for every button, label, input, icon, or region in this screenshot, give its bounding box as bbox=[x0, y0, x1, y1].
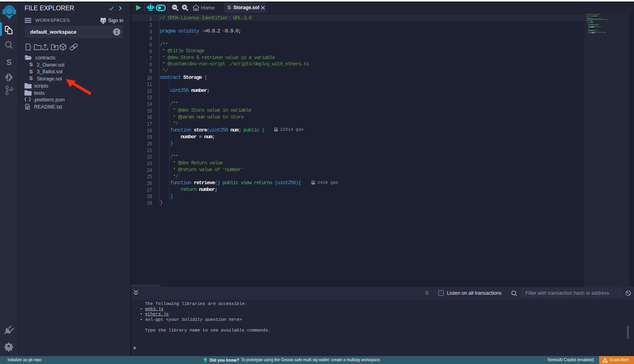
svg-text:S: S bbox=[29, 75, 33, 81]
svg-text:S: S bbox=[6, 58, 11, 67]
svg-text:S: S bbox=[29, 69, 33, 74]
svg-text:S: S bbox=[29, 61, 33, 67]
svg-text:S: S bbox=[227, 4, 231, 10]
